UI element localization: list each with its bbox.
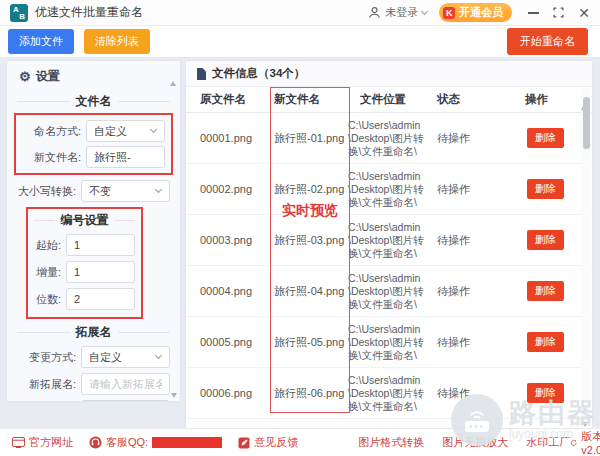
table-body: 00001.png 旅行照-01.png C:\Users\admin\Desk… <box>186 113 592 427</box>
user-icon <box>368 6 381 19</box>
version-info[interactable]: 版本: v2.0.4 <box>570 429 600 456</box>
status-badge: 待操作 <box>437 335 497 350</box>
new-filename-field-wrap <box>86 146 165 168</box>
app-title: 优速文件批量重命名 <box>35 4 143 21</box>
status-badge: 待操作 <box>437 233 497 248</box>
naming-method-select[interactable]: 自定义 <box>86 120 165 142</box>
file-panel: 文件信息（34个） 原文件名 新文件名 文件位置 状态 操作 00001.png… <box>186 61 592 428</box>
app-logo-icon: AB <box>10 4 28 22</box>
delete-button[interactable]: 删除 <box>527 332 564 352</box>
case-convert-select[interactable]: 不变 <box>81 180 170 202</box>
start-number-label: 起始: <box>34 238 66 253</box>
digits-label: 位数: <box>34 292 66 307</box>
increment-input[interactable] <box>74 266 127 278</box>
settings-header: ⚙ 设置 <box>7 61 180 88</box>
increment-field-wrap <box>66 261 135 283</box>
new-filename-label: 新文件名: <box>22 150 86 165</box>
col-location: 文件位置 <box>348 92 437 107</box>
link-image-lossless-enlarge[interactable]: 图片无损放大 <box>442 435 508 450</box>
ext-change-select[interactable]: 自定义 <box>81 346 170 368</box>
official-site-link[interactable]: 官方网址 <box>12 435 73 450</box>
new-filename-input[interactable] <box>94 151 157 163</box>
scroll-down-icon[interactable] <box>171 393 177 398</box>
digits-field-wrap <box>66 288 135 310</box>
case-convert-label: 大小写转换: <box>17 184 81 199</box>
col-new-name: 新文件名 <box>264 92 348 107</box>
table-row: 00001.png 旅行照-01.png C:\Users\admin\Desk… <box>186 113 592 164</box>
add-files-button[interactable]: 添加文件 <box>8 29 74 54</box>
vip-badge-icon: K <box>443 7 455 19</box>
naming-method-label: 命名方式: <box>22 124 86 139</box>
col-action: 操作 <box>497 92 592 107</box>
feedback-icon <box>238 437 250 449</box>
delete-button[interactable]: 删除 <box>527 230 564 250</box>
app-window: AB 优速文件批量重命名 未登录 K 开通会员 ✕ 添加文件 清除 <box>0 0 600 456</box>
vip-label: 开通会员 <box>459 5 503 20</box>
status-badge: 待操作 <box>437 386 497 401</box>
sidebar-scrollbar[interactable] <box>170 64 179 398</box>
annotation-box-filename: 命名方式: 自定义 新文件名: <box>14 113 173 175</box>
headset-icon <box>89 436 102 449</box>
col-original: 原文件名 <box>186 92 264 107</box>
delete-button[interactable]: 删除 <box>527 128 564 148</box>
website-icon <box>12 437 25 448</box>
settings-title: 设置 <box>36 68 60 85</box>
new-ext-input[interactable] <box>89 378 162 390</box>
maximize-button[interactable] <box>553 6 564 20</box>
table-row: 00004.png 旅行照-04.png C:\Users\admin\Desk… <box>186 266 592 317</box>
delete-button[interactable]: 删除 <box>527 281 564 301</box>
table-row: 00005.png 旅行照-05.png C:\Users\admin\Desk… <box>186 317 592 368</box>
digits-input[interactable] <box>74 293 127 305</box>
link-image-format-convert[interactable]: 图片格式转换 <box>358 435 424 450</box>
chevron-down-icon <box>421 8 428 15</box>
titlebar: AB 优速文件批量重命名 未登录 K 开通会员 ✕ <box>0 0 600 26</box>
col-status: 状态 <box>437 92 497 107</box>
scroll-up-icon[interactable] <box>170 64 176 86</box>
table-scrollbar[interactable] <box>581 88 591 427</box>
section-filename: 文件名 <box>17 93 170 110</box>
content-area: ⚙ 设置 文件名 命名方式: 自定义 新文件名: <box>0 58 600 428</box>
status-badge: 待操作 <box>437 284 497 299</box>
ext-case-select[interactable]: 不变 <box>81 400 170 401</box>
scroll-down-icon[interactable] <box>582 422 588 427</box>
start-number-field-wrap <box>66 234 135 256</box>
version-label: 版本: v2.0.4 <box>581 429 600 456</box>
status-badge: 待操作 <box>437 131 497 146</box>
footer: 官方网址 客服QQ: 意见反馈 图片格式转换 图片无损放大 水印工厂 版本: v… <box>0 428 600 456</box>
close-button[interactable]: ✕ <box>578 6 590 20</box>
login-label: 未登录 <box>385 5 418 20</box>
feedback-link[interactable]: 意见反馈 <box>238 435 298 450</box>
clear-list-button[interactable]: 清除列表 <box>84 29 150 54</box>
document-icon <box>196 68 206 80</box>
section-numbering: 编号设置 <box>34 212 135 229</box>
chevron-down-icon <box>150 126 157 133</box>
scrollbar-thumb[interactable] <box>583 97 590 149</box>
section-extension: 拓展名 <box>17 324 170 341</box>
delete-button[interactable]: 删除 <box>527 179 564 199</box>
vip-button[interactable]: K 开通会员 <box>439 3 512 22</box>
table-header: 原文件名 新文件名 文件位置 状态 操作 <box>186 87 592 113</box>
table-row: 00007.png 旅行照-07.png C:\Users\admin\Desk… <box>186 419 592 427</box>
toolbar: 添加文件 清除列表 开始重命名 <box>0 26 600 58</box>
chevron-down-icon <box>155 186 162 193</box>
annotation-box-numbering: 编号设置 起始: 增量: 位数: <box>26 207 143 319</box>
start-rename-button[interactable]: 开始重命名 <box>507 28 588 55</box>
update-icon <box>570 437 577 449</box>
chevron-down-icon <box>155 352 162 359</box>
file-panel-title: 文件信息（34个） <box>212 66 305 81</box>
start-number-input[interactable] <box>74 239 127 251</box>
login-menu[interactable]: 未登录 <box>368 5 427 20</box>
table-row: 00002.png 旅行照-02.png C:\Users\admin\Desk… <box>186 164 592 215</box>
qq-number-redacted <box>152 437 222 448</box>
delete-button[interactable]: 删除 <box>527 383 564 403</box>
link-watermark-factory[interactable]: 水印工厂 <box>526 435 570 450</box>
increment-label: 增量: <box>34 265 66 280</box>
service-qq[interactable]: 客服QQ: <box>89 435 222 450</box>
new-ext-label: 新拓展名: <box>17 377 81 392</box>
minimize-button[interactable] <box>528 6 539 20</box>
table-row: 00006.png 旅行照-06.png C:\Users\admin\Desk… <box>186 368 592 419</box>
settings-sidebar: ⚙ 设置 文件名 命名方式: 自定义 新文件名: <box>7 61 180 401</box>
file-panel-header: 文件信息（34个） <box>186 61 592 87</box>
table-row: 00003.png 旅行照-03.png C:\Users\admin\Desk… <box>186 215 592 266</box>
new-ext-field-wrap <box>81 373 170 395</box>
